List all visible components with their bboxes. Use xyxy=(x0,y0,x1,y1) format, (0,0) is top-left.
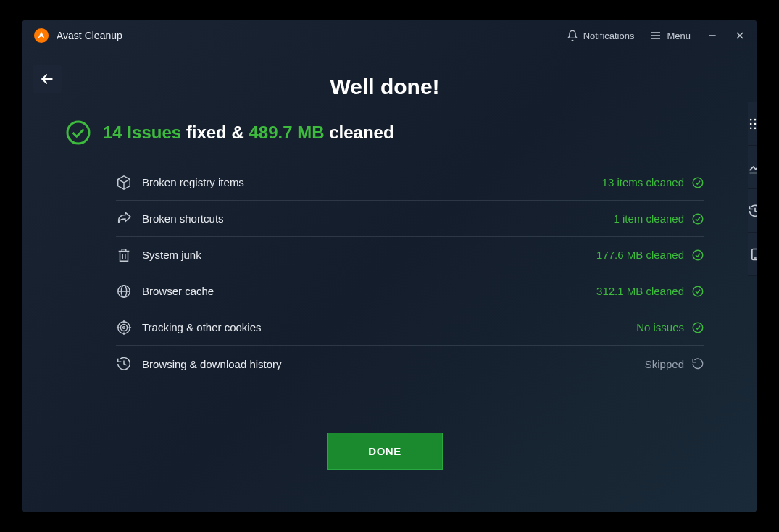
chart-line-icon xyxy=(748,160,757,175)
status-text: Skipped xyxy=(645,358,684,370)
check-circle-icon xyxy=(691,321,704,334)
result-row: System junk 177.6 MB cleaned xyxy=(116,237,704,273)
svg-point-26 xyxy=(750,118,752,120)
hamburger-icon xyxy=(650,30,662,41)
menu-label: Menu xyxy=(667,30,691,41)
notifications-button[interactable]: Notifications xyxy=(567,30,635,41)
history-icon xyxy=(116,356,132,372)
svg-point-27 xyxy=(754,118,757,120)
result-row: Broken registry items 13 items cleaned xyxy=(116,165,704,201)
titlebar-left: Avast Cleanup xyxy=(33,28,122,43)
checkmark-circle-icon xyxy=(65,120,91,146)
rail-device-button[interactable] xyxy=(748,233,757,276)
check-circle-icon xyxy=(691,285,704,298)
rail-grid-button[interactable] xyxy=(748,102,757,146)
globe-icon xyxy=(116,283,132,299)
right-rail xyxy=(748,102,757,512)
history-icon xyxy=(748,204,757,218)
close-button[interactable] xyxy=(734,30,746,41)
summary-tail: cleaned xyxy=(325,122,394,142)
grid-icon xyxy=(748,117,757,131)
row-status: Skipped xyxy=(645,357,704,370)
target-icon xyxy=(116,320,132,336)
svg-point-17 xyxy=(693,286,703,296)
rail-chart-button[interactable] xyxy=(748,146,757,189)
svg-point-30 xyxy=(754,122,757,125)
row-label: Tracking & other cookies xyxy=(142,321,262,333)
svg-point-8 xyxy=(67,122,89,144)
svg-point-25 xyxy=(693,323,703,333)
share-arrow-icon xyxy=(116,211,132,227)
row-label: Broken registry items xyxy=(142,176,244,188)
row-status: 1 item cleaned xyxy=(613,212,704,225)
row-label: Browser cache xyxy=(142,285,214,297)
back-button[interactable] xyxy=(33,65,62,93)
status-text: No issues xyxy=(636,321,684,333)
page-title: Well done! xyxy=(330,75,439,99)
check-circle-icon xyxy=(691,249,704,262)
titlebar: Avast Cleanup Notifications xyxy=(22,20,757,51)
svg-point-33 xyxy=(754,127,757,129)
rail-history-button[interactable] xyxy=(748,189,757,233)
notifications-label: Notifications xyxy=(583,30,635,41)
menu-button[interactable]: Menu xyxy=(650,30,691,41)
row-label: Browsing & download history xyxy=(142,358,282,370)
app-window: Avast Cleanup Notifications xyxy=(22,20,757,512)
summary-size: 489.7 MB xyxy=(249,122,324,142)
row-status: No issues xyxy=(636,321,704,334)
row-label: System junk xyxy=(142,249,201,261)
app-title: Avast Cleanup xyxy=(57,30,122,41)
results-list: Broken registry items 13 items cleaned xyxy=(116,165,704,382)
svg-point-18 xyxy=(118,321,130,333)
cube-icon xyxy=(116,175,132,191)
svg-point-32 xyxy=(750,127,752,129)
minimize-button[interactable] xyxy=(707,30,718,41)
result-row: Broken shortcuts 1 item cleaned xyxy=(116,201,704,237)
row-label: Broken shortcuts xyxy=(142,212,224,225)
svg-point-9 xyxy=(693,178,703,188)
status-text: 13 items cleaned xyxy=(602,176,684,188)
titlebar-right: Notifications Menu xyxy=(567,30,746,41)
window-body: Well done! 14 Issues fixed & 489.7 MB cl… xyxy=(22,51,757,512)
svg-point-10 xyxy=(693,214,703,224)
status-text: 312.1 MB cleaned xyxy=(596,285,684,297)
svg-point-19 xyxy=(120,324,127,331)
avast-logo-icon xyxy=(33,28,49,43)
done-button[interactable]: DONE xyxy=(327,433,442,470)
summary-row: 14 Issues fixed & 489.7 MB cleaned xyxy=(65,120,394,146)
svg-point-29 xyxy=(750,122,752,125)
svg-point-20 xyxy=(123,326,125,328)
status-text: 177.6 MB cleaned xyxy=(596,249,684,261)
trash-icon xyxy=(116,247,132,263)
result-row: Browser cache 312.1 MB cleaned xyxy=(116,273,704,309)
bell-icon xyxy=(567,30,578,41)
status-text: 1 item cleaned xyxy=(613,212,684,225)
check-circle-icon xyxy=(691,212,704,225)
result-row: Tracking & other cookies No issues xyxy=(116,309,704,346)
phone-icon xyxy=(748,247,757,262)
result-row: Browsing & download history Skipped xyxy=(116,346,704,382)
skip-icon xyxy=(691,357,704,370)
summary-text: 14 Issues fixed & 489.7 MB cleaned xyxy=(103,122,394,143)
svg-point-13 xyxy=(693,250,703,260)
row-status: 177.6 MB cleaned xyxy=(596,249,704,262)
summary-issues: 14 Issues xyxy=(103,122,181,142)
row-status: 312.1 MB cleaned xyxy=(596,285,704,298)
row-status: 13 items cleaned xyxy=(602,176,704,189)
check-circle-icon xyxy=(691,176,704,189)
main-content: Well done! 14 Issues fixed & 489.7 MB cl… xyxy=(22,51,748,512)
summary-middle: fixed & xyxy=(181,122,249,142)
